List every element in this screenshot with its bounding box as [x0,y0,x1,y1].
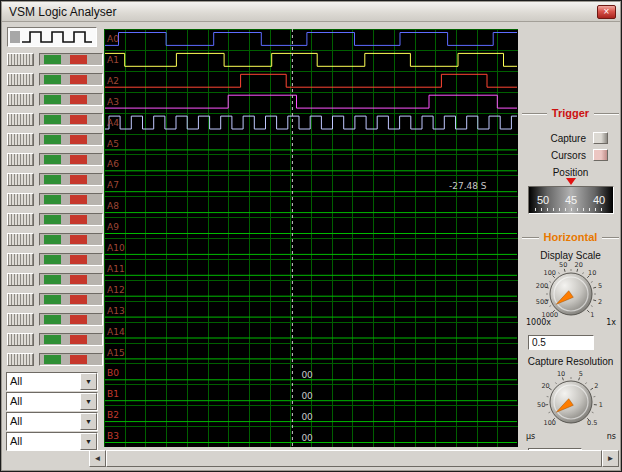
red-segment [70,75,87,84]
channel-label: A0 [107,34,119,44]
channel-trigger-slider[interactable] [7,53,34,66]
channel-trigger-slider[interactable] [7,113,34,126]
knob-scale-label: 500 [536,298,548,306]
channel-trigger-slider[interactable] [7,353,34,366]
channel-control-row [7,230,99,250]
channel-control-row [7,310,99,330]
channel-control-row [7,70,99,90]
channel-trigger-slider[interactable] [7,133,34,146]
channel-control-row [7,330,99,350]
channel-control-row [7,210,99,230]
red-segment [70,55,87,64]
window-title: VSM Logic Analyser [9,5,116,19]
channel-filter-select[interactable]: All▼ [6,412,98,431]
waveform-display[interactable]: A0A1A2A3A4A5A6A7A8A9A10A11A12A13A14A15B0… [104,29,518,447]
channel-trigger-slider[interactable] [7,233,34,246]
green-segment [44,235,61,244]
channel-trigger-slider[interactable] [7,73,34,86]
red-segment [70,235,87,244]
channel-filter-select[interactable]: All▼ [6,392,98,411]
display-scale-label: Display Scale [522,250,619,261]
red-segment [70,195,87,204]
green-segment [44,275,61,284]
dropdown-arrow-icon[interactable]: ▼ [80,433,97,450]
channel-control-row [7,110,99,130]
dropdown-arrow-icon[interactable]: ▼ [80,373,97,390]
green-segment [44,255,61,264]
green-segment [44,195,61,204]
channel-indicator-bar[interactable] [39,173,103,186]
channel-indicator-bar[interactable] [39,133,103,146]
channel-indicator-bar[interactable] [39,213,103,226]
trigger-section-header: Trigger [522,107,619,121]
channel-label: A3 [107,97,119,107]
channel-trigger-slider[interactable] [7,93,34,106]
green-segment [44,95,61,104]
close-button[interactable]: × [597,5,616,19]
knob-scale-label: 10 [557,370,565,378]
channel-trigger-slider[interactable] [7,253,34,266]
knob-min-label: µs [526,432,535,441]
channel-indicator-bar[interactable] [39,193,103,206]
knob-scale-label: 2 [594,382,598,390]
channel-control-row [7,150,99,170]
display-scale-value[interactable]: 0.5 [528,335,594,350]
channel-control-row [7,350,99,370]
horizontal-scrollbar[interactable]: ◄ ► [89,450,619,467]
green-segment [44,135,61,144]
cursor-time-readout: -27.48 S [449,181,487,191]
channel-label: A7 [107,180,119,190]
channel-trigger-slider[interactable] [7,153,34,166]
titlebar[interactable]: VSM Logic Analyser × [2,2,620,22]
channel-trigger-slider[interactable] [7,193,34,206]
knob-scale-label: 20 [541,382,549,390]
channel-trigger-slider[interactable] [7,313,34,326]
channel-trigger-slider[interactable] [7,213,34,226]
channel-trigger-slider[interactable] [7,293,34,306]
channel-trigger-slider[interactable] [7,173,34,186]
filter-value: All [10,415,22,427]
channel-indicator-bar[interactable] [39,333,103,346]
horizontal-section-title: Horizontal [539,231,603,243]
channel-indicator-bar[interactable] [39,293,103,306]
scroll-thumb[interactable] [106,450,602,467]
red-segment [70,275,87,284]
channel-label: A4 [107,118,119,128]
cursors-button[interactable] [593,149,608,161]
knob-scale-label: 2 [598,298,602,306]
channel-filter-select[interactable]: All▼ [6,372,98,391]
bus-value: 00 [301,433,313,443]
channel-indicator-bar[interactable] [39,273,103,286]
channel-indicator-bar[interactable] [39,153,103,166]
channel-indicator-bar[interactable] [39,53,103,66]
channel-control-row [7,190,99,210]
capture-resolution-knob[interactable]: 1005020105210.5µsns [523,370,619,442]
knob-scale-label: 0.5 [587,419,597,427]
dropdown-arrow-icon[interactable]: ▼ [80,413,97,430]
knob-scale-label: 1 [590,311,594,319]
scroll-right-button[interactable]: ► [602,450,619,467]
channel-label: A2 [107,76,119,86]
knob-scale-label: 100 [544,269,556,277]
channel-control-row [7,50,99,70]
channel-filter-select[interactable]: All▼ [6,432,98,451]
scroll-left-button[interactable]: ◄ [89,450,106,467]
channel-indicator-bar[interactable] [39,93,103,106]
red-segment [70,355,87,364]
channel-label: A5 [107,139,119,149]
channel-indicator-bar[interactable] [39,113,103,126]
channel-indicator-bar[interactable] [39,73,103,86]
display-scale-knob[interactable]: 10005002001005020105211000x1x [523,262,619,328]
position-thumbwheel[interactable]: 504540 [528,186,614,214]
channel-control-row [7,130,99,150]
channel-indicator-bar[interactable] [39,353,103,366]
channel-indicator-bar[interactable] [39,233,103,246]
channel-trigger-slider[interactable] [7,333,34,346]
green-segment [44,355,61,364]
dropdown-arrow-icon[interactable]: ▼ [80,393,97,410]
channel-indicator-bar[interactable] [39,253,103,266]
channel-indicator-bar[interactable] [39,313,103,326]
channel-trigger-slider[interactable] [7,273,34,286]
capture-button[interactable] [593,132,608,144]
channel-label: A6 [107,159,119,169]
